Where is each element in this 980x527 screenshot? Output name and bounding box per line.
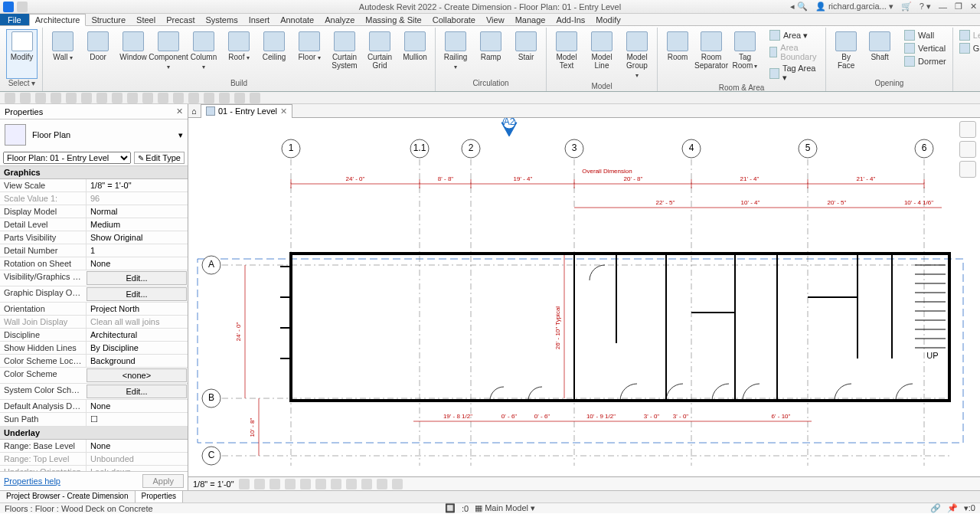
qat-undo-icon[interactable]	[66, 93, 77, 103]
help-icon[interactable]: ? ▾	[920, 2, 931, 11]
qat-open-icon[interactable]	[20, 93, 31, 103]
crop-view-icon[interactable]	[315, 479, 326, 489]
ribbon-room[interactable]: Room	[662, 29, 693, 83]
ribbon-model-text[interactable]: Model Text	[551, 29, 582, 82]
ribbon-curtain-grid[interactable]: Curtain Grid	[364, 29, 395, 79]
tab-addins[interactable]: Add-Ins	[550, 14, 590, 25]
select-panel-label[interactable]: Select ▾	[6, 79, 38, 90]
prop-row[interactable]: Color Scheme<none>	[0, 368, 188, 384]
edit-type-button[interactable]: ✎ Edit Type	[134, 152, 185, 164]
ribbon-ceiling[interactable]: Ceiling	[259, 29, 289, 79]
workset-icon[interactable]: 🔲	[445, 503, 456, 513]
properties-grid[interactable]: GraphicsView Scale1/8" = 1'-0"Scale Valu…	[0, 165, 188, 471]
main-model-selector[interactable]: ▦ Main Model ▾	[475, 503, 535, 513]
temp-hide-icon[interactable]	[361, 479, 372, 489]
prop-row[interactable]: Detail LevelMedium	[0, 218, 188, 231]
ribbon-window[interactable]: Window	[118, 29, 149, 79]
qat-more-icon[interactable]	[250, 93, 260, 103]
sun-path-icon[interactable]	[270, 479, 280, 489]
ribbon-curtain-system[interactable]: Curtain System	[329, 29, 360, 79]
qat-print-icon[interactable]	[96, 93, 107, 103]
reveal-hidden-icon[interactable]	[377, 479, 387, 489]
qat-measure-icon[interactable]	[112, 93, 122, 103]
select-pinned-icon[interactable]: 📌	[947, 503, 958, 513]
select-links-icon[interactable]: 🔗	[930, 503, 941, 513]
ribbon-room-separator[interactable]: Room Separator	[696, 29, 727, 83]
qat-text-icon[interactable]	[158, 93, 168, 103]
ribbon-side-vertical[interactable]: Vertical	[903, 42, 948, 54]
properties-tab-bottom[interactable]: Properties	[136, 491, 184, 502]
ribbon-model-group[interactable]: Model Group	[622, 29, 652, 82]
prop-row[interactable]: Display ModelNormal	[0, 205, 188, 218]
prop-row[interactable]: Range: Base LevelNone	[0, 440, 188, 453]
prop-row[interactable]: Default Analysis Displ...None	[0, 400, 188, 413]
tab-collaborate[interactable]: Collaborate	[427, 14, 481, 25]
prop-row[interactable]: OrientationProject North	[0, 303, 188, 316]
crop-region-icon[interactable]	[331, 479, 341, 489]
qat-redo-icon[interactable]	[81, 93, 92, 103]
prop-row[interactable]: Show Hidden LinesBy Discipline	[0, 342, 188, 355]
prop-row[interactable]: Wall Join DisplayClean all wall joins	[0, 316, 188, 329]
prop-row[interactable]: View Scale1/8" = 1'-0"	[0, 179, 188, 192]
close-icon[interactable]: ✕	[970, 2, 977, 11]
lock-3d-icon[interactable]	[346, 479, 357, 489]
shadows-icon[interactable]	[285, 479, 296, 489]
detail-level-icon[interactable]	[239, 479, 250, 489]
ribbon-side-tag-area-[interactable]: Tag Area ▾	[768, 63, 821, 83]
tab-steel[interactable]: Steel	[131, 14, 161, 25]
qat-section-icon[interactable]	[188, 93, 199, 103]
ribbon-side-area-[interactable]: Area ▾	[768, 29, 821, 41]
ribbon-shaft[interactable]: Shaft	[864, 29, 895, 79]
qat-tag-icon[interactable]	[142, 93, 153, 103]
recent-files-icon[interactable]	[17, 2, 28, 12]
properties-help-link[interactable]: Properties help	[4, 476, 60, 486]
worksharing-icon[interactable]	[392, 479, 403, 489]
search-icon[interactable]: ◂ 🔍	[790, 2, 808, 11]
drawing-canvas[interactable]: 11.123456ABC24' - 0"8' - 8"19' - 4"20' -…	[188, 118, 980, 476]
ribbon-side-level[interactable]: Level	[958, 29, 980, 41]
modify-button[interactable]: Modify	[6, 29, 38, 79]
app-exchange-icon[interactable]: 🛒	[901, 2, 912, 11]
view-tab-close-icon[interactable]: ✕	[280, 106, 287, 116]
ribbon-model-line[interactable]: Model Line	[586, 29, 617, 82]
ribbon-stair[interactable]: Stair	[511, 29, 541, 79]
qat-switch-icon[interactable]	[234, 93, 245, 103]
prop-row[interactable]: DisciplineArchitectural	[0, 329, 188, 342]
type-name[interactable]: Floor Plan	[32, 130, 172, 139]
prop-row[interactable]: System Color SchemesEdit...	[0, 384, 188, 400]
qat-3d-icon[interactable]	[173, 93, 184, 103]
ribbon-railing[interactable]: Railing	[440, 29, 471, 79]
rendering-icon[interactable]	[300, 479, 311, 489]
ribbon-column[interactable]: Column	[188, 29, 219, 79]
tab-systems[interactable]: Systems	[200, 14, 243, 25]
roomarea-panel-label[interactable]: Room & Area	[662, 83, 821, 92]
qat-sync-icon[interactable]	[51, 93, 61, 103]
visual-style-icon[interactable]	[254, 479, 265, 489]
file-tab[interactable]: File	[0, 14, 29, 25]
ribbon-side-area-boundary[interactable]: Area Boundary	[768, 42, 821, 62]
nav-zoom-icon[interactable]	[959, 141, 976, 158]
prop-row[interactable]: Rotation on SheetNone	[0, 257, 188, 270]
qat-dim-icon[interactable]	[127, 93, 138, 103]
tab-view[interactable]: View	[481, 14, 510, 25]
prop-row[interactable]: Range: Top LevelUnbounded	[0, 453, 188, 466]
instance-selector[interactable]: Floor Plan: 01 - Entry Level	[3, 152, 131, 164]
view-tab-entry-level[interactable]: 01 - Entry Level ✕	[201, 104, 292, 118]
ribbon-wall[interactable]: Wall	[47, 29, 78, 79]
tab-precast[interactable]: Precast	[161, 14, 200, 25]
properties-close-icon[interactable]: ✕	[176, 106, 183, 116]
apply-button[interactable]: Apply	[142, 474, 184, 488]
tab-architecture[interactable]: Architecture	[29, 14, 87, 26]
tab-home-icon[interactable]: ⌂	[191, 106, 201, 116]
ribbon-mullion[interactable]: Mullion	[400, 29, 430, 79]
ribbon-roof[interactable]: Roof	[224, 29, 254, 79]
tab-massing[interactable]: Massing & Site	[360, 14, 426, 25]
nav-pan-icon[interactable]	[959, 161, 976, 178]
tab-insert[interactable]: Insert	[243, 14, 276, 25]
ribbon-component[interactable]: Component	[153, 29, 184, 79]
qat-thin-icon[interactable]	[204, 93, 214, 103]
nav-wheel-icon[interactable]	[959, 121, 976, 138]
maximize-icon[interactable]: ❐	[955, 2, 962, 11]
prop-row[interactable]: Underlay OrientationLook down	[0, 466, 188, 471]
ribbon-door[interactable]: Door	[83, 29, 113, 79]
